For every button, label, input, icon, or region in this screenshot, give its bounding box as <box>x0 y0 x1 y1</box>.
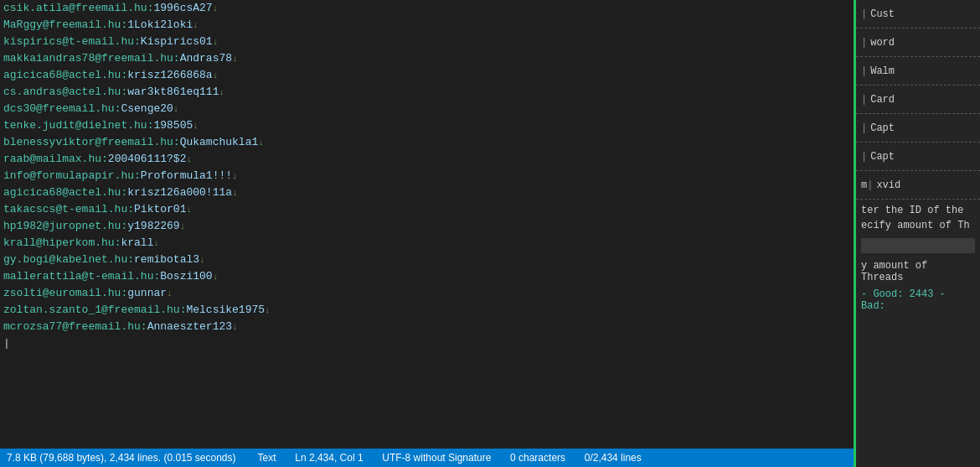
right-section-capt1: | Capt <box>856 114 980 143</box>
password-text: krisz1266868a <box>127 69 212 81</box>
separator5 <box>572 452 578 464</box>
separator4 <box>498 452 503 464</box>
email-text: mallerattila@t-email.hu <box>3 270 153 283</box>
newline-arrow: ↓ <box>232 188 238 198</box>
email-text: mcrozsa77@freemail.hu <box>3 320 141 333</box>
email-text: dcs30@freemail.hu <box>3 102 115 115</box>
section-label-card: Card <box>870 92 895 107</box>
right-section-card: | Card <box>856 86 980 114</box>
newline-arrow: ↓ <box>193 20 199 30</box>
enter-id-text: ter the ID of the <box>861 205 975 216</box>
results-text: - Good: 2443 - Bad: <box>861 288 975 312</box>
password-text: krisz126a000!11a <box>127 186 232 199</box>
newline-arrow: ↓ <box>265 305 271 315</box>
section-label-xvid: xvid <box>876 178 900 193</box>
main-container: csik.atila@freemail.hu:1996csA27↓MaRggy@… <box>0 0 980 467</box>
email-text: makkaiandras78@freemail.hu <box>3 52 173 65</box>
editor-line: mallerattila@t-email.hu:Boszi100↓ <box>3 268 850 285</box>
email-text: takacscs@t-email.hu <box>3 203 127 215</box>
section-label-capt2: Capt <box>870 149 895 164</box>
editor-line: zsolti@euromail.hu:gunnar↓ <box>3 285 850 302</box>
editor-line: raab@mailmax.hu:200406111?$2↓ <box>3 151 850 168</box>
separator1 <box>243 452 251 464</box>
section-label-word: word <box>870 35 895 50</box>
editor-line: makkaiandras78@freemail.hu:Andras78↓ <box>3 50 850 67</box>
email-text: MaRggy@freemail.hu <box>3 18 121 31</box>
password-text: 200406111?$2 <box>108 153 187 165</box>
email-text: hp1982@juropnet.hu <box>3 220 121 232</box>
email-text: zoltan.szanto_1@freemail.hu <box>3 304 180 316</box>
editor-line: krall@hiperkom.hu:krall↓ <box>3 235 850 252</box>
section-label-capt1: Capt <box>870 121 895 136</box>
right-section-cust: | Cust <box>856 0 980 29</box>
right-section-word: | word <box>856 29 980 57</box>
editor-line: tenke.judit@dielnet.hu:198505↓ <box>3 117 850 134</box>
newline-arrow: ↓ <box>213 70 219 80</box>
editor-line: info@formulapapir.hu:Proformula1!!!↓ <box>3 168 850 184</box>
separator2 <box>283 452 289 464</box>
password-text: Csenge20 <box>121 102 173 115</box>
pipe-icon-6: | <box>861 149 867 164</box>
editor-line: gy.bogi@kabelnet.hu:remibotal3↓ <box>3 252 850 268</box>
cursor-position: Ln 2,434, Col 1 <box>288 452 369 464</box>
password-text: Kispirics01 <box>141 35 213 48</box>
section-label-walm: Walm <box>870 64 895 79</box>
newline-arrow: ↓ <box>232 171 238 181</box>
editor-line: MaRggy@freemail.hu:1Loki2loki↓ <box>3 17 850 34</box>
separator-colon: : <box>141 320 147 333</box>
char-count: 0 characters <box>503 452 572 464</box>
separator-colon: : <box>134 35 141 48</box>
editor-line: blenessyviktor@freemail.hu:Qukamchukla1↓ <box>3 134 850 151</box>
thread-input[interactable] <box>861 238 975 253</box>
pipe-icon-5: | <box>861 121 867 136</box>
editor-content[interactable]: csik.atila@freemail.hu:1996csA27↓MaRggy@… <box>0 0 854 449</box>
newline-arrow: ↓ <box>199 255 205 265</box>
newline-arrow: ↓ <box>167 288 173 298</box>
status-bar: 7.8 KB (79,688 bytes), 2,434 lines. (0.0… <box>0 449 854 467</box>
email-text: kispirics@t-email.hu <box>3 35 134 48</box>
editor-line: csik.atila@freemail.hu:1996csA27↓ <box>3 0 850 17</box>
email-text: zsolti@euromail.hu <box>3 287 121 299</box>
editor-line: agicica68@actel.hu:krisz126a000!11a↓ <box>3 184 850 201</box>
password-text: Melcsike1975 <box>186 304 265 316</box>
editor-line: cs.andras@actel.hu:war3kt861eq111↓ <box>3 84 850 101</box>
newline-arrow: ↓ <box>193 121 199 131</box>
editor-line: agicica68@actel.hu:krisz1266868a↓ <box>3 67 850 84</box>
password-text: Boszi100 <box>160 270 212 283</box>
separator-colon: : <box>173 136 180 148</box>
password-text: gunnar <box>127 287 167 299</box>
password-text: 1Loki2loki <box>127 18 193 31</box>
section-prefix-m: m <box>861 178 867 193</box>
password-text: war3kt861eq111 <box>127 86 219 98</box>
editor-line: mcrozsa77@freemail.hu:Annaeszter123↓ <box>3 319 850 335</box>
newline-arrow: ↓ <box>173 104 179 114</box>
pipe-icon-4: | <box>861 92 867 107</box>
email-text: agicica68@actel.hu <box>3 186 121 199</box>
editor-line: hp1982@juropnet.hu:y1982269↓ <box>3 218 850 235</box>
newline-arrow: ↓ <box>186 154 192 164</box>
password-text: remibotal3 <box>134 253 199 266</box>
password-text: 198505 <box>153 119 193 132</box>
editor-line[interactable]: | <box>3 335 850 351</box>
newline-arrow: ↓ <box>213 37 219 47</box>
right-section-walm: | Walm <box>856 57 980 86</box>
newline-arrow: ↓ <box>180 221 186 231</box>
email-text: tenke.judit@dielnet.hu <box>3 119 147 132</box>
pipe-icon-1: | <box>861 7 867 22</box>
password-text: Annaeszter123 <box>147 320 232 333</box>
editor-line: dcs30@freemail.hu:Csenge20↓ <box>3 101 850 117</box>
section-label-cust: Cust <box>870 7 895 22</box>
encoding: UTF-8 without Signature <box>375 452 498 464</box>
newline-arrow: ↓ <box>258 138 264 148</box>
right-section-xvid: m | xvid <box>856 171 980 200</box>
password-text: Qukamchukla1 <box>180 136 259 148</box>
password-text: y1982269 <box>127 220 179 232</box>
separator3 <box>370 452 376 464</box>
email-text: blenessyviktor@freemail.hu <box>3 136 173 148</box>
separator-colon: : <box>173 52 180 65</box>
editor-line: zoltan.szanto_1@freemail.hu:Melcsike1975… <box>3 302 850 319</box>
file-size-info: 7.8 KB (79,688 bytes), 2,434 lines. (0.0… <box>7 452 243 464</box>
password-text: Piktor01 <box>134 203 186 215</box>
password-text: 1996csA27 <box>153 2 212 14</box>
newline-arrow: ↓ <box>213 3 219 13</box>
